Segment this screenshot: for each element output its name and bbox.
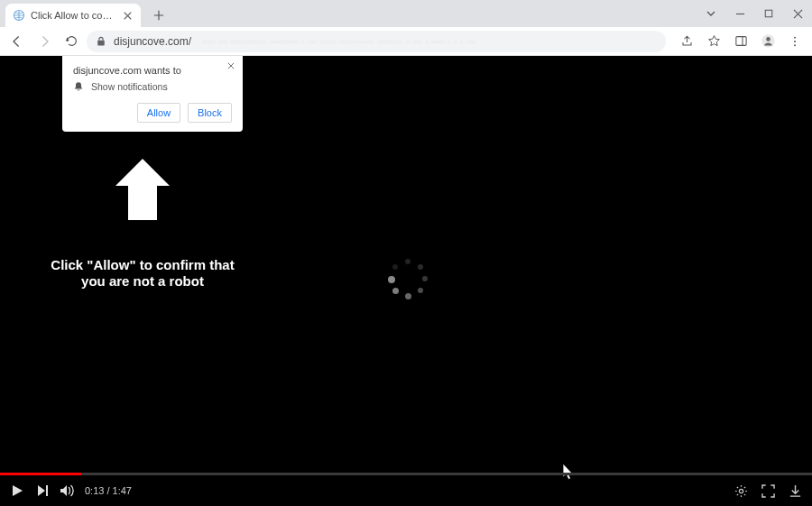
allow-button[interactable]: Allow: [137, 103, 180, 123]
browser-toolbar: disjuncove.com/ ···· ··· ··········· ···…: [0, 27, 812, 56]
window-controls: [697, 0, 812, 27]
tab-title: Click Allow to confirm that you a: [31, 10, 115, 21]
time-display: 0:13 / 1:47: [85, 485, 132, 496]
svg-rect-1: [765, 10, 772, 17]
url-tail-blur: ···· ··· ··········· ········· · ··· ···…: [202, 35, 476, 48]
reload-button[interactable]: [60, 30, 83, 53]
chevron-down-icon[interactable]: [697, 1, 725, 26]
fullscreen-button[interactable]: [760, 483, 776, 499]
svg-point-8: [794, 44, 796, 46]
notification-permission-popup: disjuncove.com wants to Show notificatio…: [62, 56, 243, 132]
svg-point-10: [739, 489, 743, 492]
gear-icon[interactable]: [733, 483, 749, 499]
tab-strip: Click Allow to confirm that you a: [0, 0, 812, 27]
browser-window: Click Allow to confirm that you a: [0, 0, 812, 506]
svg-point-5: [766, 37, 770, 41]
side-panel-icon[interactable]: [729, 30, 752, 53]
menu-icon[interactable]: [783, 30, 807, 53]
back-button[interactable]: [5, 30, 29, 53]
close-window-button[interactable]: [783, 1, 812, 26]
minimize-button[interactable]: [725, 1, 754, 26]
svg-rect-9: [46, 485, 48, 496]
download-button[interactable]: [787, 483, 803, 499]
up-arrow-icon: [106, 153, 179, 225]
svg-rect-3: [735, 37, 745, 46]
toolbar-right: [675, 30, 807, 53]
forward-button[interactable]: [32, 30, 56, 53]
close-icon[interactable]: [121, 9, 134, 22]
next-button[interactable]: [34, 483, 51, 499]
globe-icon: [13, 9, 25, 22]
permission-text: Show notifications: [91, 81, 168, 92]
instruction-text: Click "Allow" to confirm that you are no…: [45, 257, 240, 290]
block-button[interactable]: Block: [188, 103, 232, 123]
scrubber[interactable]: [0, 473, 812, 475]
player-right-controls: [733, 483, 803, 499]
bell-icon: [73, 81, 84, 92]
new-tab-button[interactable]: [148, 5, 170, 26]
page-content: disjuncove.com wants to Show notificatio…: [0, 56, 812, 506]
share-icon[interactable]: [675, 30, 698, 53]
popup-close-button[interactable]: [225, 60, 237, 72]
profile-icon[interactable]: [756, 30, 780, 53]
maximize-button[interactable]: [754, 1, 783, 26]
volume-button[interactable]: [60, 483, 76, 499]
svg-point-7: [794, 41, 796, 42]
popup-buttons: Allow Block: [73, 103, 232, 123]
permission-row: Show notifications: [73, 81, 232, 92]
svg-point-6: [794, 36, 796, 38]
address-bar[interactable]: disjuncove.com/ ···· ··· ··········· ···…: [87, 31, 666, 52]
star-icon[interactable]: [702, 30, 725, 53]
url-text: disjuncove.com/: [114, 35, 191, 48]
video-player-bar: 0:13 / 1:47: [0, 475, 812, 506]
scrubber-progress: [0, 473, 81, 475]
browser-tab[interactable]: Click Allow to confirm that you a: [5, 4, 141, 27]
svg-rect-2: [97, 40, 105, 45]
popup-title: disjuncove.com wants to: [73, 65, 232, 76]
lock-icon: [96, 36, 106, 47]
play-button[interactable]: [9, 483, 25, 499]
loading-spinner: [388, 259, 428, 299]
